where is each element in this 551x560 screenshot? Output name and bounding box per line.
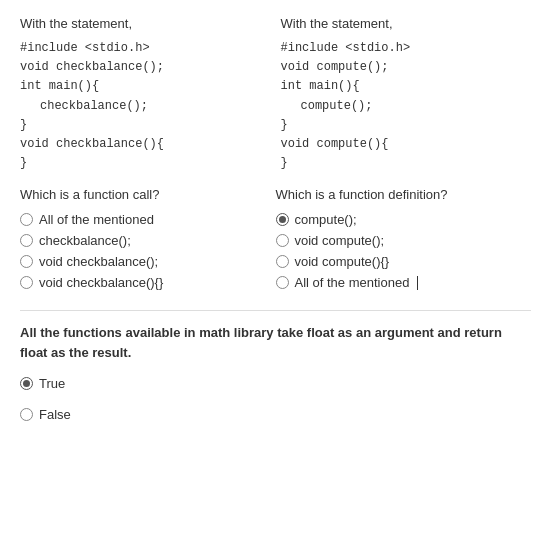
- math-statement: All the functions available in math libr…: [20, 323, 531, 362]
- q1-option-d[interactable]: void checkbalance(){}: [20, 275, 276, 290]
- radio-q2-c[interactable]: [276, 255, 289, 268]
- question1-label: Which is a function call?: [20, 187, 276, 202]
- code-line: int main(){: [281, 77, 532, 96]
- question2-text: Which is a function definition?: [276, 187, 448, 202]
- code-line: void compute();: [281, 58, 532, 77]
- code-line: void checkbalance();: [20, 58, 271, 77]
- radio-q1-b[interactable]: [20, 234, 33, 247]
- q2-option-b-label: void compute();: [295, 233, 385, 248]
- code-line: #include <stdio.h>: [20, 39, 271, 58]
- q1-option-c[interactable]: void checkbalance();: [20, 254, 276, 269]
- tf-false-label: False: [39, 407, 71, 422]
- tf-false-option[interactable]: False: [20, 407, 531, 422]
- col1-header: With the statement,: [20, 16, 271, 31]
- q2-option-c-label: void compute(){}: [295, 254, 390, 269]
- radio-false[interactable]: [20, 408, 33, 421]
- q2-options: compute(); void compute(); void compute(…: [276, 212, 532, 296]
- col2-header: With the statement,: [281, 16, 532, 31]
- q2-option-a[interactable]: compute();: [276, 212, 532, 227]
- col2-code: #include <stdio.h> void compute(); int m…: [281, 39, 532, 173]
- code-line: void compute(){: [281, 135, 532, 154]
- q2-option-b[interactable]: void compute();: [276, 233, 532, 248]
- section-divider: [20, 310, 531, 311]
- code-line: compute();: [281, 97, 532, 116]
- question-row-1: Which is a function call? Which is a fun…: [20, 187, 531, 202]
- options-section: All of the mentioned checkbalance(); voi…: [20, 212, 531, 296]
- q1-option-b[interactable]: checkbalance();: [20, 233, 276, 248]
- code-line: }: [281, 116, 532, 135]
- tf-true-option[interactable]: True: [20, 376, 531, 391]
- code-col-left: With the statement, #include <stdio.h> v…: [20, 16, 281, 173]
- text-cursor: [417, 276, 418, 290]
- radio-q1-c[interactable]: [20, 255, 33, 268]
- code-line: }: [281, 154, 532, 173]
- radio-q2-b[interactable]: [276, 234, 289, 247]
- col1-code: #include <stdio.h> void checkbalance(); …: [20, 39, 271, 173]
- radio-q2-a[interactable]: [276, 213, 289, 226]
- tf-true-label: True: [39, 376, 65, 391]
- code-line: int main(){: [20, 77, 271, 96]
- code-line: checkbalance();: [20, 97, 271, 116]
- q2-option-d-label: All of the mentioned: [295, 275, 410, 290]
- q1-option-c-label: void checkbalance();: [39, 254, 158, 269]
- q2-option-c[interactable]: void compute(){}: [276, 254, 532, 269]
- radio-q1-a[interactable]: [20, 213, 33, 226]
- code-line: void checkbalance(){: [20, 135, 271, 154]
- q1-option-d-label: void checkbalance(){}: [39, 275, 163, 290]
- q1-options: All of the mentioned checkbalance(); voi…: [20, 212, 276, 296]
- radio-q2-d[interactable]: [276, 276, 289, 289]
- radio-q1-d[interactable]: [20, 276, 33, 289]
- code-section: With the statement, #include <stdio.h> v…: [20, 16, 531, 173]
- q2-option-d[interactable]: All of the mentioned: [276, 275, 532, 290]
- q1-option-a-label: All of the mentioned: [39, 212, 154, 227]
- q2-option-a-label: compute();: [295, 212, 357, 227]
- q1-option-a[interactable]: All of the mentioned: [20, 212, 276, 227]
- true-false-options: True False: [20, 376, 531, 428]
- code-line: }: [20, 116, 271, 135]
- q1-option-b-label: checkbalance();: [39, 233, 131, 248]
- question1-text: Which is a function call?: [20, 187, 159, 202]
- code-line: }: [20, 154, 271, 173]
- question2-label: Which is a function definition?: [276, 187, 532, 202]
- radio-true[interactable]: [20, 377, 33, 390]
- code-col-right: With the statement, #include <stdio.h> v…: [281, 16, 532, 173]
- code-line: #include <stdio.h>: [281, 39, 532, 58]
